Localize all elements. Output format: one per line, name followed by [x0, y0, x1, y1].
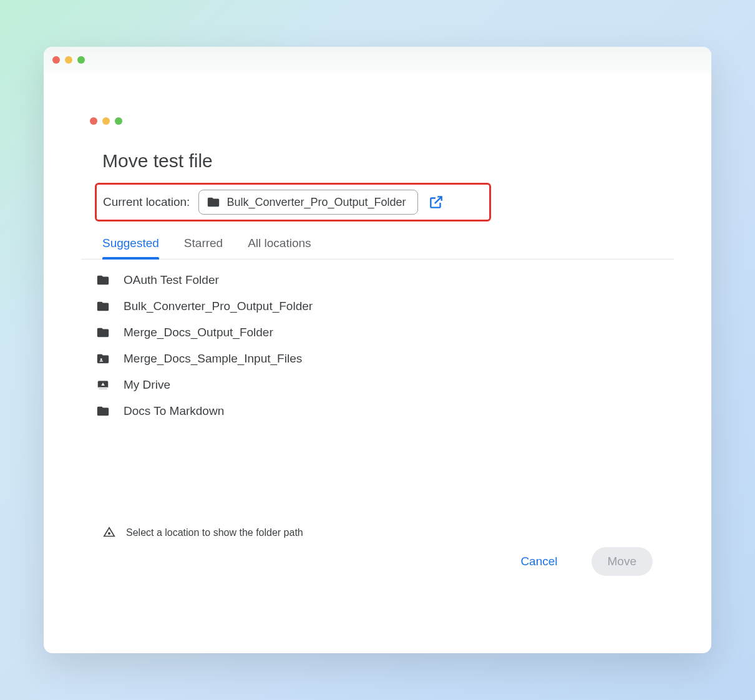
folder-icon — [96, 299, 110, 313]
current-location-chip[interactable]: Bulk_Converter_Pro_Output_Folder — [198, 190, 417, 215]
dialog-footer: Cancel Move — [504, 547, 653, 576]
folder-icon — [207, 195, 220, 209]
close-icon[interactable] — [52, 56, 60, 64]
dialog-title: Move test file — [81, 150, 674, 183]
tab-starred[interactable]: Starred — [184, 236, 223, 259]
list-item-label: My Drive — [124, 378, 170, 392]
current-location-label: Current location: — [103, 195, 190, 209]
inner-titlebar — [81, 110, 674, 132]
tabs: Suggested Starred All locations — [81, 221, 674, 260]
list-item-label: OAuth Test Folder — [124, 273, 219, 287]
close-icon[interactable] — [90, 117, 97, 125]
list-item-label: Merge_Docs_Sample_Input_Files — [124, 352, 302, 366]
path-hint-text: Select a location to show the folder pat… — [126, 527, 303, 538]
list-item[interactable]: Bulk_Converter_Pro_Output_Folder — [94, 293, 661, 319]
location-list: OAuth Test Folder Bulk_Converter_Pro_Out… — [81, 260, 674, 432]
drive-outline-icon — [102, 526, 116, 540]
minimize-icon[interactable] — [65, 56, 72, 64]
svg-rect-2 — [98, 387, 109, 389]
path-hint: Select a location to show the folder pat… — [102, 526, 303, 540]
list-item-label: Merge_Docs_Output_Folder — [124, 326, 273, 339]
tab-all-locations[interactable]: All locations — [248, 236, 311, 259]
minimize-icon[interactable] — [102, 117, 110, 125]
current-location-highlight: Current location: Bulk_Converter_Pro_Out… — [95, 183, 491, 221]
outer-window: Move test file Current location: Bulk_Co… — [44, 47, 711, 653]
maximize-icon[interactable] — [77, 56, 85, 64]
shared-folder-icon — [96, 352, 110, 366]
inner-window-wrap: Move test file Current location: Bulk_Co… — [44, 73, 711, 653]
list-item[interactable]: My Drive — [94, 372, 661, 398]
list-item-label: Bulk_Converter_Pro_Output_Folder — [124, 299, 313, 313]
folder-icon — [96, 273, 110, 287]
list-item[interactable]: Docs To Markdown — [94, 398, 661, 424]
open-in-new-icon — [428, 194, 444, 210]
list-item[interactable]: Merge_Docs_Sample_Input_Files — [94, 346, 661, 372]
open-in-new-button[interactable] — [427, 193, 446, 211]
list-item[interactable]: Merge_Docs_Output_Folder — [94, 319, 661, 346]
maximize-icon[interactable] — [115, 117, 122, 125]
cancel-button[interactable]: Cancel — [504, 547, 573, 576]
move-dialog: Move test file Current location: Bulk_Co… — [81, 138, 674, 587]
current-location-name: Bulk_Converter_Pro_Output_Folder — [226, 196, 406, 209]
list-item-label: Docs To Markdown — [124, 404, 224, 418]
outer-titlebar — [44, 47, 711, 73]
folder-icon — [96, 326, 110, 339]
folder-icon — [96, 404, 110, 418]
svg-point-3 — [108, 532, 110, 535]
drive-icon — [96, 378, 110, 392]
list-item[interactable]: OAuth Test Folder — [94, 267, 661, 293]
move-button: Move — [592, 547, 653, 576]
tab-suggested[interactable]: Suggested — [102, 236, 159, 259]
svg-point-0 — [100, 358, 102, 360]
